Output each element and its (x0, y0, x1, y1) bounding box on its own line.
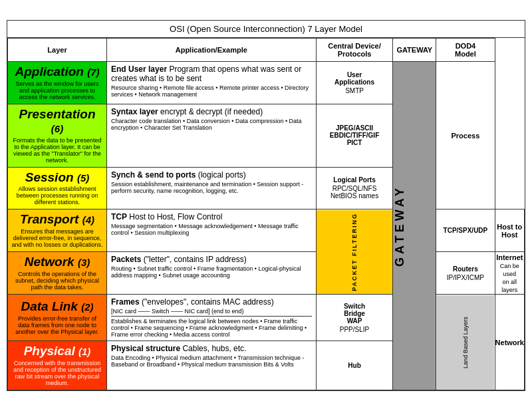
app-title-application: End User layer Program that opens what w… (111, 65, 312, 83)
dod-process-cell: Process (436, 61, 495, 209)
row-application: Application (7)Serves as the window for … (8, 61, 525, 104)
central-application: UserApplicationsSMTP (316, 61, 393, 104)
layer-physical: Physical (1)Concerned with the transmiss… (8, 341, 107, 390)
main-title-container: OSI (Open Source Interconnection) 7 Laye… (7, 21, 525, 38)
layer-name-presentation: Presentation (6) (11, 108, 103, 136)
central-physical: Hub (316, 341, 393, 390)
dod-host-cell: Host toHost (495, 209, 524, 252)
row-network: Network (3)Controls the operations of th… (8, 252, 525, 295)
app-transport: TCP Host to Host, Flow ControlMessage se… (107, 209, 317, 252)
layer-network: Network (3)Controls the operations of th… (8, 252, 107, 295)
osi-container: OSI (Open Source Interconnection) 7 Laye… (7, 20, 525, 391)
layer-transport: Transport (4)Ensures that messages are d… (8, 209, 107, 252)
dod-internet-cell: InternetCan beusedon alllayers (495, 252, 524, 295)
app-detail-presentation: Character code translation • Data conver… (111, 118, 312, 131)
app-detail-network: Routing • Subnet traffic control • Frame… (111, 265, 312, 279)
row-transport: Transport (4)Ensures that messages are d… (8, 209, 525, 252)
app-detail-physical: Data Encoding • Physical medium attachme… (111, 354, 312, 368)
app-detail-transport: Message segmentation • Message acknowled… (111, 223, 312, 236)
app-network: Packets ("letter", contains IP address)R… (107, 252, 317, 295)
central-title-physical: Hub (319, 362, 390, 369)
layer-desc-physical: Concerned with the transmission and rece… (11, 360, 103, 386)
layer-desc-transport: Ensures that messages are delivered erro… (11, 228, 103, 248)
central-detail-datalink: PPP/SLIP (319, 326, 390, 333)
central-datalink: SwitchBridgeWAPPPP/SLIP (316, 295, 393, 341)
layer-name-session: Session (5) (11, 171, 103, 185)
layer-application: Application (7)Serves as the window for … (8, 61, 107, 104)
layer-name-datalink: Data Link (2) (11, 300, 103, 314)
app-title-network: Packets ("letter", contains IP address) (111, 255, 312, 264)
app-detail-application: Resource sharing • Remote file access • … (111, 84, 312, 98)
central-title-datalink: SwitchBridgeWAP (319, 303, 390, 325)
layer-name-transport: Transport (4) (11, 213, 103, 227)
layer-desc-presentation: Formats the data to be presented to the … (11, 137, 103, 164)
layer-name-network: Network (3) (11, 255, 103, 269)
layer-desc-datalink: Provides error-free transfer of data fra… (11, 315, 103, 335)
app-detail-session: Session establishment, maintenance and t… (111, 181, 312, 194)
layer-session: Session (5)Allows session establishment … (8, 167, 107, 209)
app-title-session: Synch & send to ports (logical ports) (111, 170, 312, 180)
layer-desc-session: Allows session establishment between pro… (11, 186, 103, 206)
app-detail-datalink: Establishes & terminates the logical lin… (111, 318, 312, 338)
layer-desc-network: Controls the operations of the subnet, d… (11, 271, 103, 291)
central-detail-network: IP/IPX/ICMP (439, 274, 491, 281)
layer-presentation: Presentation (6)Formats the data to be p… (8, 104, 107, 167)
land-based-cell: Land Based Layers (436, 295, 495, 390)
app-presentation: Syntax layer encrypt & decrypt (if neede… (107, 104, 317, 167)
layer-name-physical: Physical (1) (11, 344, 103, 358)
central-title-application: UserApplications (319, 71, 390, 86)
app-detail2-datalink: [NIC card —— Switch —— NIC card] (end to… (111, 308, 312, 317)
central-session: Logical PortsRPC/SQL/NFSNetBIOS names (316, 167, 393, 209)
central-title-network: Routers (439, 265, 491, 273)
layer-desc-application: Serves as the window for users and appli… (11, 80, 103, 100)
row-datalink: Data Link (2)Provides error-free transfe… (8, 295, 525, 341)
app-title-presentation: Syntax layer encrypt & decrypt (if neede… (111, 107, 312, 116)
central-detail-session: RPC/SQL/NFSNetBIOS names (319, 185, 390, 200)
osi-table: LayerApplication/ExampleCentral Device/P… (7, 38, 525, 390)
app-title-transport: TCP Host to Host, Flow Control (111, 212, 312, 221)
central-title-presentation: JPEG/ASCIIEBDIC/TIFF/GIFPICT (319, 124, 390, 146)
dod-network-cell: Network (495, 295, 524, 390)
central-network: RoutersIP/IPX/ICMP (436, 252, 495, 295)
central-title-transport: TCP/SPX/UDP (439, 227, 491, 234)
central-transport: TCP/SPX/UDP (436, 209, 495, 252)
layer-name-application: Application (7) (11, 65, 103, 79)
app-title-physical: Physical structure Cables, hubs, etc. (111, 344, 312, 353)
central-detail-application: SMTP (319, 87, 390, 94)
layer-datalink: Data Link (2)Provides error-free transfe… (8, 295, 107, 341)
packet-filtering-cell: PACKET FILTERING (316, 209, 393, 295)
app-application: End User layer Program that opens what w… (107, 61, 317, 104)
gateway-text: GATEWAY (393, 185, 407, 267)
central-title-session: Logical Ports (319, 176, 390, 184)
app-title-datalink: Frames ("envelopes", contains MAC addres… (111, 297, 312, 307)
gateway-cell: GATEWAY (393, 61, 436, 390)
central-presentation: JPEG/ASCIIEBDIC/TIFF/GIFPICT (316, 104, 393, 167)
app-session: Synch & send to ports (logical ports)Ses… (107, 167, 317, 209)
app-physical: Physical structure Cables, hubs, etc.Dat… (107, 341, 317, 390)
app-datalink: Frames ("envelopes", contains MAC addres… (107, 295, 317, 341)
